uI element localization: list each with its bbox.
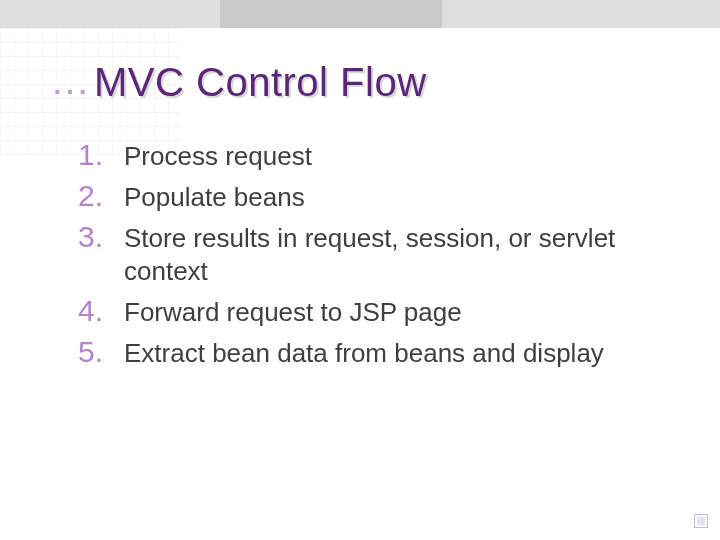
list-text: Store results in request, session, or se…: [124, 219, 638, 290]
list-text: Populate beans: [124, 178, 305, 215]
list-number: 1.: [78, 137, 124, 173]
list-item: 1. Process request: [78, 137, 638, 174]
list-item: 5. Extract bean data from beans and disp…: [78, 334, 638, 371]
ordered-list: 1. Process request 2. Populate beans 3. …: [78, 137, 638, 371]
list-item: 4. Forward request to JSP page: [78, 293, 638, 330]
slide-content: … MVC Control Flow 1. Process request 2.…: [50, 60, 670, 375]
list-text: Process request: [124, 137, 312, 174]
title-bullet-icon: …: [50, 60, 84, 100]
list-item: 3. Store results in request, session, or…: [78, 219, 638, 290]
list-number: 4.: [78, 293, 124, 329]
list-number: 2.: [78, 178, 124, 214]
slide-title: MVC Control Flow: [94, 60, 427, 105]
list-text: Forward request to JSP page: [124, 293, 462, 330]
top-bar-accent: [220, 0, 442, 28]
list-number: 5.: [78, 334, 124, 370]
list-number: 3.: [78, 219, 124, 255]
list-item: 2. Populate beans: [78, 178, 638, 215]
list-text: Extract bean data from beans and display: [124, 334, 604, 371]
slide-title-row: … MVC Control Flow: [50, 60, 670, 105]
corner-decoration-icon: [694, 514, 708, 528]
